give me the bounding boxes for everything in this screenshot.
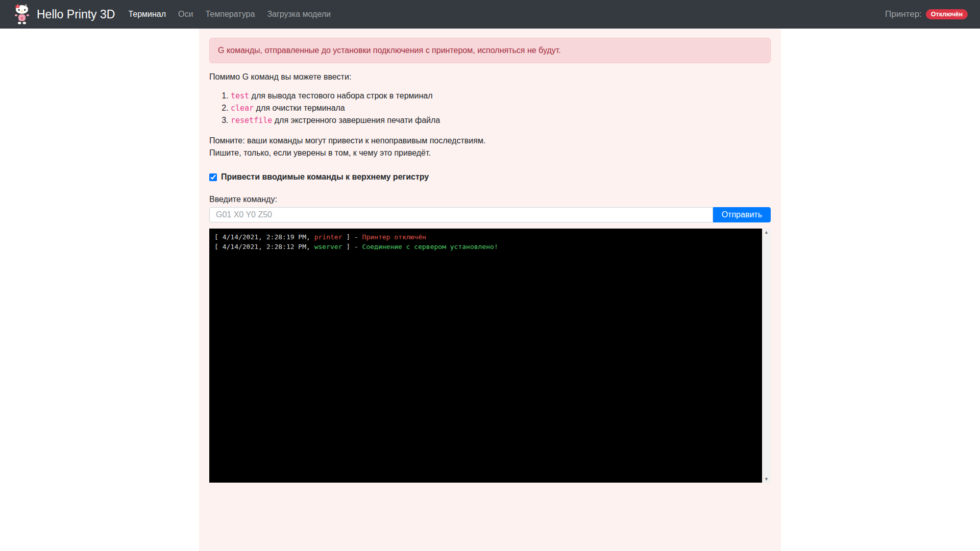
warning-line-1: Помните: ваши команды могут привести к н… bbox=[209, 135, 771, 147]
nav-item-terminal[interactable]: Терминал bbox=[128, 10, 166, 19]
printer-status-area: Принтер: Отключён bbox=[885, 9, 968, 20]
terminal-log-line: [ 4/14/2021, 2:28:19 PM, printer ] - При… bbox=[214, 232, 757, 242]
terminal-scrollbar[interactable]: ▲ ▼ bbox=[762, 229, 771, 483]
brand[interactable]: Hello Printy 3D bbox=[12, 3, 115, 26]
warning-block: Помните: ваши команды могут привести к н… bbox=[209, 135, 771, 159]
command-code-clear: clear bbox=[231, 104, 254, 113]
log-source: printer bbox=[314, 233, 342, 241]
log-separator: ] - bbox=[342, 233, 362, 241]
scroll-down-icon[interactable]: ▼ bbox=[762, 475, 771, 483]
log-timestamp: [ 4/14/2021, 2:28:19 PM, bbox=[214, 233, 314, 241]
command-desc: для вывода тестового набора строк в терм… bbox=[249, 91, 432, 100]
list-item: resetfile для экстренного завершения печ… bbox=[231, 114, 771, 127]
terminal-log-line: [ 4/14/2021, 2:28:12 PM, wserver ] - Сое… bbox=[214, 242, 757, 252]
command-input[interactable] bbox=[209, 207, 713, 222]
command-input-label: Введите команду: bbox=[209, 195, 771, 204]
command-desc: для экстренного завершения печати файла bbox=[272, 116, 440, 124]
log-message: Соединение с сервером установлено! bbox=[362, 243, 498, 251]
brand-title: Hello Printy 3D bbox=[37, 8, 115, 21]
top-navbar: Hello Printy 3D Терминал Оси Температура… bbox=[0, 0, 980, 29]
log-source: wserver bbox=[314, 243, 342, 251]
list-item: test для вывода тестового набора строк в… bbox=[231, 90, 771, 102]
terminal-output: [ 4/14/2021, 2:28:19 PM, printer ] - При… bbox=[209, 229, 762, 483]
nav-links: Терминал Оси Температура Загрузка модели bbox=[128, 10, 331, 19]
log-separator: ] - bbox=[342, 243, 362, 251]
send-button[interactable]: Отправить bbox=[713, 207, 771, 222]
nav-item-temperature[interactable]: Температура bbox=[205, 10, 255, 19]
terminal-wrap: [ 4/14/2021, 2:28:19 PM, printer ] - При… bbox=[209, 229, 771, 483]
uppercase-checkbox[interactable] bbox=[209, 173, 217, 181]
list-item: clear для очистки терминала bbox=[231, 102, 771, 114]
main-container: G команды, отправленные до установки под… bbox=[199, 29, 781, 551]
command-code-test: test bbox=[231, 91, 249, 101]
log-message: Принтер отключён bbox=[362, 233, 426, 241]
command-input-group: Отправить bbox=[209, 207, 771, 222]
uppercase-checkbox-label[interactable]: Привести вводимые команды к верхнему рег… bbox=[221, 172, 429, 182]
log-timestamp: [ 4/14/2021, 2:28:12 PM, bbox=[214, 243, 314, 251]
gcode-warning-alert: G команды, отправленные до установки под… bbox=[209, 38, 771, 63]
warning-line-2: Пишите, только, если уверены в том, к че… bbox=[209, 147, 771, 159]
command-code-resetfile: resetfile bbox=[231, 116, 272, 125]
hello-kitty-logo-icon bbox=[12, 3, 32, 26]
printer-label: Принтер: bbox=[885, 9, 922, 19]
uppercase-checkbox-row: Привести вводимые команды к верхнему рег… bbox=[209, 172, 771, 182]
nav-item-axes[interactable]: Оси bbox=[178, 10, 193, 19]
nav-item-model-upload[interactable]: Загрузка модели bbox=[267, 10, 331, 19]
command-desc: для очистки терминала bbox=[254, 104, 345, 112]
printer-status-badge: Отключён bbox=[926, 9, 968, 20]
scroll-up-icon[interactable]: ▲ bbox=[762, 229, 771, 236]
intro-text: Помимо G команд вы можете ввести: bbox=[209, 72, 771, 82]
command-list: test для вывода тестового набора строк в… bbox=[209, 90, 771, 127]
